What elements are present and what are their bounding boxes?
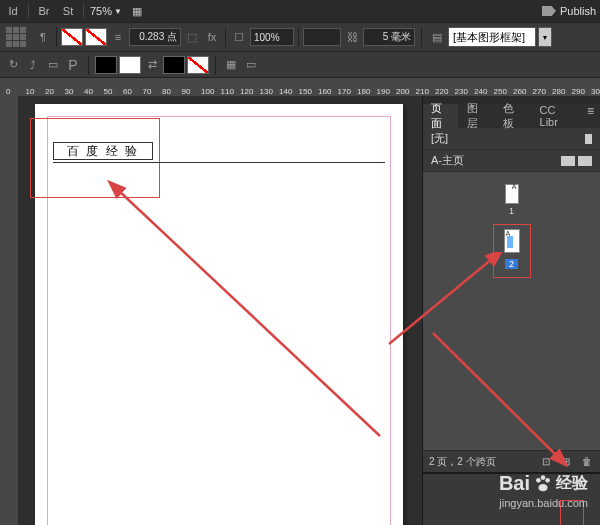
apply-none-swatch[interactable]	[187, 56, 209, 74]
flip-icon[interactable]: ⤴	[24, 56, 42, 74]
svg-point-5	[545, 478, 550, 483]
stock-icon[interactable]: St	[59, 2, 77, 20]
panel-menu-icon[interactable]: ≡	[581, 104, 600, 128]
page-count-label: 2 页，2 个跨页	[429, 455, 496, 469]
stroke-weight-input[interactable]: 0.283 点	[129, 28, 181, 46]
text-frame[interactable]: 百 度 经 验	[53, 142, 153, 160]
svg-point-6	[538, 484, 547, 491]
delete-page-icon[interactable]: 🗑	[582, 456, 594, 468]
page-thumb-2-selected[interactable]: A 2	[493, 224, 531, 278]
watermark: Bai 经验 jingyan.baidu.com	[499, 472, 588, 509]
text-stroke-swatch[interactable]	[119, 56, 141, 74]
page-thumb-1[interactable]: A 1	[505, 184, 519, 216]
svg-point-3	[536, 478, 541, 483]
cloud-icon	[542, 6, 556, 16]
tab-cclib[interactable]: CC Libr	[532, 104, 581, 128]
chain-icon[interactable]: ⛓	[343, 28, 361, 46]
frame-preset-arrow[interactable]: ▼	[538, 27, 552, 47]
fx-icon[interactable]: fx	[203, 28, 221, 46]
document-page[interactable]: 百 度 经 验	[35, 104, 403, 525]
annotation-arrow-3	[423, 327, 593, 467]
opacity-input[interactable]: 100%	[250, 28, 294, 46]
char-format-icon[interactable]: ¶	[34, 28, 52, 46]
new-page-icon[interactable]: ⊞	[562, 456, 574, 468]
svg-point-4	[541, 475, 546, 480]
size-input[interactable]: 5 毫米	[363, 28, 415, 46]
text-fill-swatch[interactable]	[95, 56, 117, 74]
pages-panel: ◂◂ 页面 图层 色板 CC Libr ≡ [无] A-主页 A 1 A 2	[422, 96, 600, 525]
stroke-swatch-none[interactable]	[85, 28, 107, 46]
paw-icon	[532, 473, 554, 495]
stroke-weight-icon: ≡	[109, 28, 127, 46]
swap-swatch-icon[interactable]: ⇄	[143, 56, 161, 74]
dash-preset[interactable]	[303, 28, 341, 46]
fill-swatch-none[interactable]	[61, 28, 83, 46]
rotate-icon[interactable]: ↻	[4, 56, 22, 74]
rule-line	[53, 162, 385, 163]
corner-icon[interactable]: ⬚	[183, 28, 201, 46]
bridge-icon[interactable]: Br	[35, 2, 53, 20]
view-icons[interactable]: ▦	[128, 2, 146, 20]
frame-preset-select[interactable]: [基本图形框架]	[448, 27, 536, 47]
app-icon[interactable]: Id	[4, 2, 22, 20]
reference-point-grid[interactable]	[4, 25, 32, 49]
none-spread-icon	[585, 134, 592, 144]
pages-panel-footer: 2 页，2 个跨页 ⊡ ⊞ 🗑	[423, 450, 600, 472]
view-mode-icon[interactable]: ▭	[242, 56, 260, 74]
control-bar-row2: ↻ ⤴ ▭ P ⇄ ▦ ▭	[0, 52, 600, 78]
annotation-box-2: A 2	[493, 224, 531, 278]
publish-button[interactable]: Publish	[542, 5, 596, 17]
control-bar-row1: ¶ ≡ 0.283 点 ⬚ fx ☐ 100% ⛓ 5 毫米 ▤ [基本图形框架…	[0, 22, 600, 52]
tab-layers[interactable]: 图层	[459, 104, 495, 128]
master-a-row[interactable]: A-主页	[423, 150, 600, 172]
tab-swatches[interactable]: 色板	[495, 104, 531, 128]
panel-tab-bar: 页面 图层 色板 CC Libr ≡	[423, 104, 600, 128]
app-menubar: Id Br St 75%▼ ▦ Publish	[0, 0, 600, 22]
align-icon[interactable]: ▤	[428, 28, 446, 46]
canvas-area[interactable]: 百 度 经 验	[0, 96, 422, 525]
pages-thumbnail-area[interactable]: A 1 A 2	[423, 172, 600, 450]
horizontal-ruler: 0102030405060708090100110120130140150160…	[0, 78, 600, 96]
svg-line-2	[433, 333, 558, 457]
zoom-dropdown[interactable]: 75%▼	[90, 5, 122, 17]
master-none-row[interactable]: [无]	[423, 128, 600, 150]
vertical-ruler	[0, 96, 18, 525]
tab-pages[interactable]: 页面	[423, 104, 459, 128]
master-spread-icon	[561, 156, 575, 166]
edit-page-size-icon[interactable]: ⊡	[542, 456, 554, 468]
apply-black-swatch[interactable]	[163, 56, 185, 74]
